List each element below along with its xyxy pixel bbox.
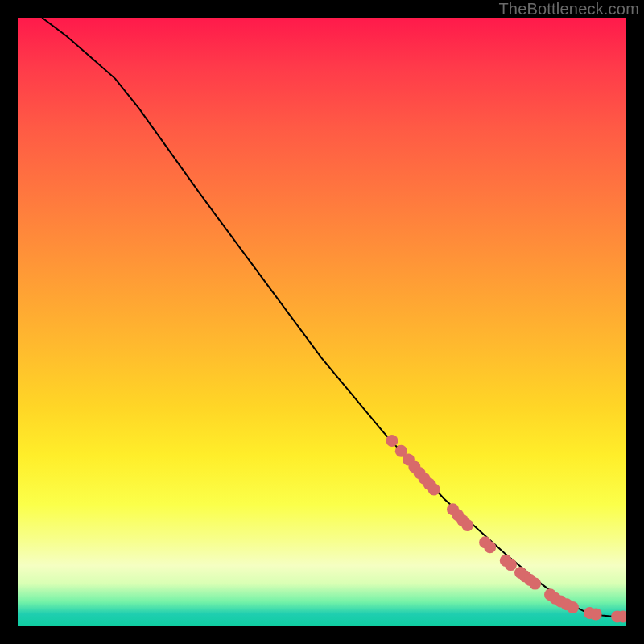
chart-frame: TheBottleneck.com: [0, 0, 644, 644]
chart-svg: [18, 18, 626, 626]
data-point-markers: [386, 435, 626, 623]
data-point: [505, 559, 517, 571]
data-point: [529, 578, 541, 590]
data-point: [590, 608, 602, 620]
data-point: [567, 601, 579, 613]
data-point: [428, 483, 440, 495]
plot-area: [18, 18, 626, 626]
data-point: [386, 435, 398, 447]
watermark-text: TheBottleneck.com: [498, 0, 639, 19]
data-point: [484, 541, 496, 553]
performance-curve: [42, 18, 626, 617]
data-point: [461, 519, 473, 531]
